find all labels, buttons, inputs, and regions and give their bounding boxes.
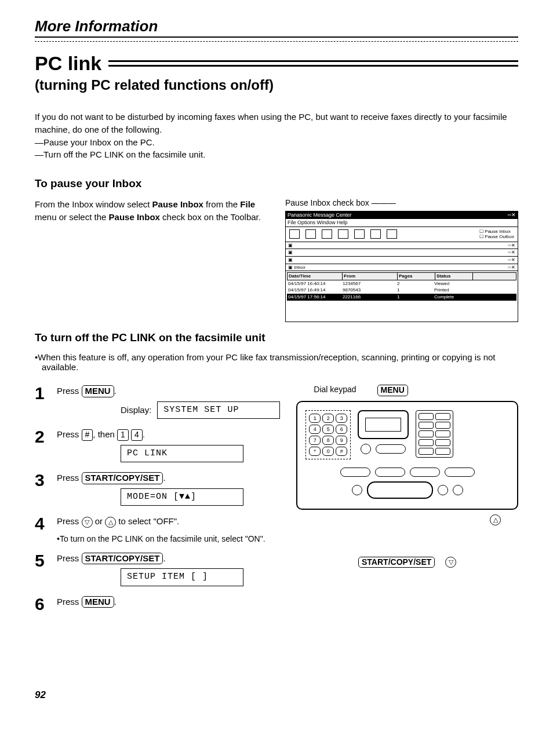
four-key: 4 [131, 429, 143, 441]
pause-outbox-checkbox: Pause Outbox [485, 234, 514, 239]
fax-diagram: Dial keypad MENU 1 2 3 4 5 6 7 8 9 * 0 # [296, 385, 518, 568]
display-label: Display: [121, 404, 151, 417]
window-menubar: File Options Window Help [286, 219, 518, 227]
list-item: 04/15/97 17:56:1422211661Complete [287, 294, 516, 301]
section1-body: From the Inbox window select Pause Inbox… [35, 198, 518, 322]
button-icon [453, 485, 463, 495]
section1-text: From the Inbox window select Pause Inbox… [35, 198, 268, 224]
button-icon [376, 444, 406, 454]
menu-button: MENU [82, 596, 114, 608]
one-key: 1 [117, 429, 129, 441]
lcd-readout: SYSTEM SET UP [157, 401, 280, 419]
side-buttons [416, 410, 453, 458]
tool-icon [305, 229, 316, 239]
button-icon [375, 468, 405, 477]
section2-note: •When this feature is off, any operation… [35, 352, 518, 372]
keypad-key: 3 [336, 414, 347, 423]
keypad-key: 9 [336, 436, 347, 445]
button-icon [419, 439, 434, 446]
intro-l2: —Turn off the PC LINK on the facsimile u… [35, 148, 518, 161]
start-copy-set-button: START/COPY/SET [82, 553, 163, 565]
button-icon [352, 485, 362, 495]
button-icon [419, 413, 434, 420]
pause-inbox-checkbox: Pause Inbox [485, 229, 510, 234]
inbox-list: Date/Time From Pages Status 04/15/97 16:… [286, 271, 518, 301]
start-copy-set-label: START/COPY/SET [358, 557, 435, 568]
keypad-key: 2 [322, 414, 334, 423]
step-3: 3 Press START/COPY/SET. MODE=ON [▼▲] [35, 472, 280, 508]
page-title: PC link [35, 52, 101, 75]
section2-heading: To turn off the PC LINK on the facsimile… [35, 331, 518, 344]
keypad-key: 0 [322, 447, 334, 456]
step-1: 1 Press MENU. Display: SYSTEM SET UP [35, 385, 280, 421]
keypad-key: 1 [309, 414, 321, 423]
button-icon [435, 430, 450, 437]
tool-icon [387, 229, 397, 239]
keypad-key: 6 [336, 425, 347, 434]
button-icon [340, 468, 370, 477]
keypad-key: 5 [322, 425, 334, 434]
inbox-bar: ▣ Inbox▫▫✕ [286, 264, 518, 272]
button-icon [419, 422, 434, 429]
lcd-screen-icon [358, 410, 409, 439]
button-icon [410, 468, 440, 477]
tool-icon [322, 229, 332, 239]
button-icon [438, 485, 448, 495]
page-number: 92 [35, 689, 518, 701]
subwindow-bar: ▣ ▫▫✕ [286, 249, 518, 257]
tool-icon [338, 229, 348, 239]
chapter-header: More Information [35, 17, 518, 38]
window-title: Panasonic Message Center [288, 212, 352, 218]
dial-keypad-label: Dial keypad [314, 385, 356, 396]
tool-icon [370, 229, 381, 239]
screenshot-caption: Pause Inbox check box [285, 198, 369, 207]
step-4-sub: •To turn on the PC LINK on the facsimile… [64, 533, 280, 545]
keypad-key: 4 [309, 425, 321, 434]
keypad-key: # [336, 447, 347, 456]
step-6: 6 Press MENU. [35, 596, 280, 613]
down-arrow-icon: ▽ [445, 557, 456, 568]
lcd-readout: SETUP ITEM [ ] [121, 568, 243, 586]
start-copy-set-icon [367, 481, 433, 499]
subwindow-bar: ▣ ▫▫✕ [286, 257, 518, 264]
dial-keypad: 1 2 3 4 5 6 7 8 9 * 0 # [305, 410, 351, 459]
button-icon [419, 430, 434, 437]
step-5: 5 Press START/COPY/SET. SETUP ITEM [ ] [35, 552, 280, 589]
step-2: 2 Press #, then 1 4. PC LINK [35, 428, 280, 465]
window-controls-icon: ▫▫✕ [508, 212, 516, 218]
tool-icon [289, 229, 300, 239]
steps-list: 1 Press MENU. Display: SYSTEM SET UP 2 P… [35, 385, 280, 620]
hash-key: # [82, 429, 93, 441]
lcd-readout: MODE=ON [▼▲] [121, 488, 243, 506]
subwindow-bar: ▣ ▫▫✕ [286, 242, 518, 250]
list-item: 04/15/97 16:49:1498705431Printed [287, 287, 516, 294]
step-4: 4 Press ▽ or △ to select "OFF". •To turn… [35, 515, 280, 545]
menu-button-label: MENU [377, 385, 408, 396]
page-subtitle: (turning PC related functions on/off) [35, 77, 518, 93]
title-rule [108, 60, 518, 67]
intro-l1: —Pause your Inbox on the PC. [35, 136, 518, 149]
section1-heading: To pause your Inbox [35, 177, 518, 190]
button-icon [435, 439, 450, 446]
window-toolbar: ☐ Pause Inbox ☐ Pause Outbox [286, 227, 518, 242]
keypad-key: 8 [322, 436, 334, 445]
button-icon [419, 448, 434, 455]
button-icon [435, 413, 450, 420]
intro-p1: If you do not want to be disturbed by in… [35, 112, 507, 134]
intro-block: If you do not want to be disturbed by in… [35, 111, 518, 161]
title-row: PC link [35, 52, 518, 75]
up-arrow-icon: △ [490, 514, 501, 525]
keypad-key: * [309, 447, 321, 456]
button-icon [435, 448, 450, 455]
list-item: 04/15/97 16:40:1412345672Viewed [287, 280, 516, 287]
button-icon [361, 444, 371, 454]
section1-figure: Pause Inbox check box ——— Panasonic Mess… [285, 198, 518, 322]
button-icon [445, 468, 475, 477]
up-arrow-icon: △ [105, 517, 116, 528]
start-copy-set-button: START/COPY/SET [82, 472, 163, 484]
dashed-separator [35, 41, 518, 42]
fake-window: Panasonic Message Center ▫▫✕ File Option… [285, 211, 518, 322]
button-icon [435, 422, 450, 429]
fax-outline: 1 2 3 4 5 6 7 8 9 * 0 # [296, 401, 518, 510]
tool-icon [354, 229, 365, 239]
